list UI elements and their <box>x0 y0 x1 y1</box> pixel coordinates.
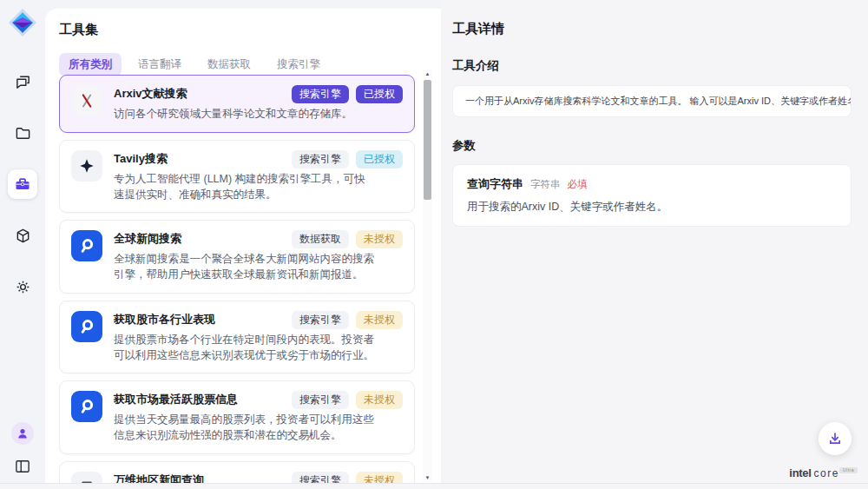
search-app-icon <box>71 230 102 261</box>
intel-wordmark: intel <box>789 466 811 479</box>
auth-status-badge: 已授权 <box>356 85 403 103</box>
tool-description: 访问各个研究领域大量科学论文和文章的存储库。 <box>114 107 376 122</box>
intro-heading: 工具介绍 <box>452 58 852 74</box>
tool-description: 专为人工智能代理 (LLM) 构建的搜索引擎工具，可快速提供实时、准确和真实的结… <box>114 172 376 203</box>
param-name: 查询字符串 <box>467 176 523 192</box>
category-badge: 搜索引擎 <box>292 85 349 103</box>
scrollbar-thumb[interactable] <box>424 80 431 200</box>
rail-bottom <box>11 422 34 477</box>
chat-icon[interactable] <box>8 67 37 96</box>
category-badge: 搜索引擎 <box>292 150 349 169</box>
params-heading: 参数 <box>452 138 852 154</box>
page-title: 工具集 <box>59 22 441 38</box>
auth-status-badge: 未授权 <box>356 311 403 329</box>
category-badge: 数据获取 <box>292 230 349 248</box>
tool-card-list: Arxiv文献搜索 访问各个研究领域大量科学论文和文章的存储库。 搜索引擎 已授… <box>59 75 415 489</box>
search-app-icon <box>71 311 102 342</box>
tool-description: 提供股票市场各个行业在特定时间段内的表现。投资者可以利用这些信息来识别表现优于或… <box>114 333 376 364</box>
tool-description: 提供当天交易量最高的股票列表，投资者可以利用这些信息来识别流动性强的股票和潜在的… <box>114 413 376 444</box>
scroll-down-arrow[interactable]: ▼ <box>423 473 432 482</box>
tab-all[interactable]: 所有类别 <box>59 53 122 76</box>
user-avatar-icon[interactable] <box>11 422 34 445</box>
param-card: 查询字符串 字符串 必填 用于搜索的Arxiv ID、关键字或作者姓名。 <box>452 164 852 227</box>
tab-category-2[interactable]: 数据获取 <box>198 53 260 76</box>
param-type: 字符串 <box>530 178 561 191</box>
param-description: 用于搜索的Arxiv ID、关键字或作者姓名。 <box>467 200 837 215</box>
ultra-badge: Ultra <box>839 467 858 473</box>
search-app-icon <box>71 391 102 422</box>
tool-card[interactable]: Tavily搜索 专为人工智能代理 (LLM) 构建的搜索引擎工具，可快速提供实… <box>59 140 415 214</box>
tab-category-1[interactable]: 语言翻译 <box>128 53 191 76</box>
auth-status-badge: 未授权 <box>356 230 403 248</box>
param-head: 查询字符串 字符串 必填 <box>467 176 837 192</box>
folder-icon[interactable] <box>8 118 37 148</box>
tab-category-3[interactable]: 搜索引擎 <box>267 53 330 76</box>
tool-card[interactable]: 获取股市各行业表现 提供股票市场各个行业在特定时间段内的表现。投资者可以利用这些… <box>59 301 415 374</box>
sparkle-icon <box>71 150 102 182</box>
left-rail <box>0 0 45 489</box>
rail-nav <box>8 67 37 301</box>
download-icon <box>827 431 843 446</box>
toolbox-icon[interactable] <box>8 169 37 199</box>
category-badge: 搜索引擎 <box>292 391 349 409</box>
tool-card[interactable]: Arxiv文献搜索 访问各个研究领域大量科学论文和文章的存储库。 搜索引擎 已授… <box>59 75 415 133</box>
intro-card: 一个用于从Arxiv存储库搜索科学论文和文章的工具。 输入可以是Arxiv ID… <box>452 85 852 117</box>
app-window: 工具集 所有类别语言翻译数据获取搜索引擎 Arxiv文献搜索 访问各个研究领域大… <box>0 0 868 489</box>
detail-title: 工具详情 <box>452 21 852 37</box>
tool-detail-panel: 工具详情 工具介绍 一个用于从Arxiv存储库搜索科学论文和文章的工具。 输入可… <box>441 0 868 489</box>
arxiv-logo-icon <box>71 85 102 116</box>
collapse-panel-icon[interactable] <box>12 456 33 477</box>
auth-status-badge: 已授权 <box>356 150 403 169</box>
download-button[interactable] <box>819 422 852 455</box>
auth-status-badge: 未授权 <box>356 391 403 409</box>
category-tabs: 所有类别语言翻译数据获取搜索引擎 <box>59 53 441 76</box>
app-logo-icon <box>8 8 37 37</box>
window-bottom-edge <box>0 483 868 489</box>
tool-description: 全球新闻搜索是一个聚合全球各大新闻网站内容的搜索引擎，帮助用户快速获取全球最新资… <box>114 252 376 283</box>
cube-icon[interactable] <box>8 221 37 250</box>
list-scrollbar: ▲ ▼ <box>423 69 432 482</box>
tool-card[interactable]: 全球新闻搜索 全球新闻搜索是一个聚合全球各大新闻网站内容的搜索引擎，帮助用户快速… <box>59 220 415 294</box>
tool-list-panel: 工具集 所有类别语言翻译数据获取搜索引擎 Arxiv文献搜索 访问各个研究领域大… <box>45 9 441 489</box>
intel-core-logo: intelcore Ultra <box>789 466 858 479</box>
category-badge: 搜索引擎 <box>292 311 349 329</box>
param-required-badge: 必填 <box>568 178 588 191</box>
scroll-up-arrow[interactable]: ▲ <box>423 69 432 78</box>
settings-icon[interactable] <box>8 272 37 301</box>
core-wordmark: core <box>814 467 839 479</box>
tool-card[interactable]: 获取市场最活跃股票信息 提供当天交易量最高的股票列表，投资者可以利用这些信息来识… <box>59 380 415 454</box>
